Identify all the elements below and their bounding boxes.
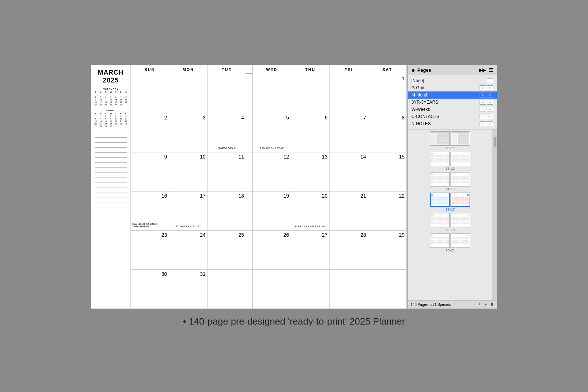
calendar-body: 1 2 3 4MARDI GRAS 5ASH WEDNESDAY 6 7 8 9… [131,74,406,308]
header-tue: TUE [208,65,246,74]
note-line [95,248,127,253]
spread-16-17-left: M [430,193,450,207]
cal-cell-tue-wk6 [208,270,246,308]
spreads-scrollbar[interactable] [493,129,497,300]
pages-header-controls: ▶▶ ☰ [479,67,493,73]
cal-cell-mon-wk3: 10 [169,152,207,191]
cal-cell-fri-wk3: 14 [330,152,368,191]
thumb-w2: G [487,107,493,112]
pages-item-mmonth[interactable]: M-Month G G [408,91,497,99]
thumb-m1: G [480,93,486,98]
thumb-g2: G [487,85,493,90]
thumb-g1: G [480,85,486,90]
month-title: MARCH 2025 [98,69,124,84]
cal-cell-sat-wk5: 29 [368,231,406,269]
cal-cell-mon-wk1 [169,74,207,113]
spread-20-21-right: ·M [451,233,470,248]
note-line [95,188,127,193]
spread-16-17-label: 16–17 [445,208,454,211]
notes-lines [95,133,127,305]
pages-footer: 140 Pages in 71 Spreads ⇧ ＋ 🗑 [408,300,497,308]
cal-cell-mon-wk5: 24 [169,231,207,269]
mini-cal-february: FEBRUARY SMTWTFS 1 2345678 9101112131415… [93,88,129,106]
thumb-w1: G [480,107,486,112]
cal-cell-tue-wk2: 4MARDI GRAS [208,113,246,152]
note-line [95,143,127,148]
mini-cal-april: APRIL SMTWTFS 12345 6789101112 131415161… [93,109,129,127]
spread-10-11-label: 10–11 [445,146,454,150]
header-thu: THU [291,65,330,74]
pages-item-weeks[interactable]: W-Weeks G G [408,106,497,113]
calendar-header: SUN MON TUE WED THU FRI SAT [131,65,406,74]
note-line [95,223,127,228]
pages-forward-icon[interactable]: ▶▶ [479,67,486,73]
note-line [95,173,127,178]
spread-20-21[interactable]: M ·M [410,233,491,252]
thumb-3yr2: G▦ [487,100,493,105]
spread-18-19-label: 18–19 [445,228,454,232]
note-line [95,203,127,208]
pages-item-ggrid[interactable]: G-Grid G G [408,84,497,91]
spread-12-13-thumb-row: M M [430,152,470,166]
thumb-c2: G [487,114,493,119]
spread-18-19[interactable]: M ·M [410,213,491,232]
mini-cal-feb-grid: SMTWTFS 1 2345678 9101112131415 16171819… [93,91,129,106]
cal-cell-sun-wk5: 23 [131,231,169,269]
pages-menu-icon[interactable]: ☰ [489,67,493,73]
spread-10-11[interactable]: 10–11 [410,131,491,150]
thumb-n2: G [487,121,493,126]
thumb-c1: G [480,114,486,119]
cal-cell-fri-wk6 [330,270,368,308]
cal-cell-tue-wk1 [208,74,246,113]
pages-item-ggrid-label: G-Grid [411,85,424,90]
note-line [95,133,127,138]
pages-export-icon[interactable]: ⇧ [478,302,481,307]
cal-cell-sun-wk6: 30 [131,270,169,308]
pages-item-mmonth-label: M-Month [411,93,428,98]
header-wed: WED [253,65,291,74]
pages-item-weeks-thumbs: G G [480,107,493,112]
note-line [95,183,127,188]
pages-item-3yr[interactable]: 3YR-3YEARS G▦ G▦ [408,99,497,106]
spread-18-19-right: ·M [451,213,470,227]
pages-delete-icon[interactable]: 🗑 [490,302,494,307]
note-line [95,213,127,218]
cal-row-4: 16DAYLIGHT SAVINGSTIME BEGINS 17ST. PATR… [131,192,406,231]
spread-14-15-left: M [430,172,450,186]
spread-20-21-left: M [430,233,450,248]
pages-item-contacts[interactable]: C-CONTACTS G G [408,113,497,120]
cal-row-1: 1 [131,74,406,113]
pages-item-3yr-label: 3YR-3YEARS [411,100,438,105]
pages-icon: ⊕ [411,68,415,72]
cal-cell-fri-wk4: 21 [330,192,368,230]
spread-16-17[interactable]: M ·M [410,193,491,211]
spreads-area[interactable]: 10–11 M M [408,129,493,300]
pages-item-mmonth-thumbs: G G [480,93,493,98]
note-line [95,228,127,233]
spread-10-11-thumb-row [430,131,470,146]
spread-12-13-left: M [430,152,450,166]
cal-cell-wed-wk6 [253,270,291,308]
spread-12-13[interactable]: M M [410,152,491,170]
cal-cell-thu-wk6 [291,270,330,308]
spread-14-15[interactable]: M ·M [410,172,491,191]
note-line [95,168,127,173]
note-line [95,218,127,223]
pages-add-icon[interactable]: ＋ [484,302,487,307]
pages-item-notes[interactable]: N-NOTES G G [408,120,497,127]
cal-cell-tue-wk4: 18 [208,192,246,230]
cal-cell-wed-wk1 [253,74,291,113]
header-sun: SUN [131,65,169,74]
pages-list: [None] G-Grid G G M-Month G G 3YR-3YEARS [408,75,497,129]
cal-cell-tue-wk3: 11 [208,152,246,191]
cal-cell-wed-wk4: 19 [253,192,291,230]
spread-10-11-left [430,131,450,146]
spread-20-21-thumb-row: M ·M [430,233,470,248]
note-line [95,243,127,248]
pages-item-weeks-label: W-Weeks [411,107,430,112]
scrollbar-thumb[interactable] [494,137,496,147]
year: 2025 [98,77,124,85]
cal-cell-fri-wk1 [330,74,368,113]
pages-item-none[interactable]: [None] [408,77,497,84]
note-line [95,148,127,153]
